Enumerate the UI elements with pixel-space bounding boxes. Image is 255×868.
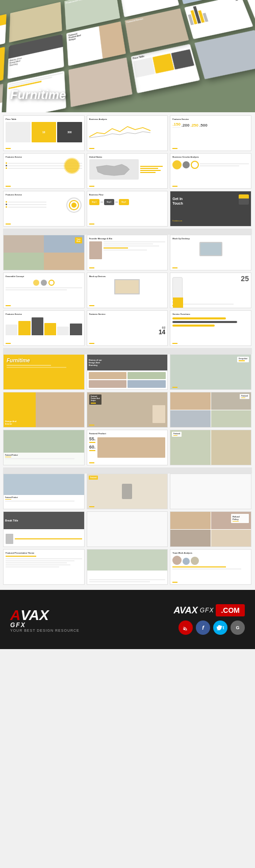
slides-row: Features Service Features Service — [3, 310, 252, 346]
twitter-icon: t — [213, 621, 227, 635]
slide-features-numbers: Features Service .150 .200 .250 .500 — [170, 115, 251, 151]
bottom-right: AVAX GFX .COM f t G — [173, 604, 245, 635]
slide-founder-message: Founder Message & Bio — [87, 235, 168, 270]
slide-brand-yellow: Furnitime — [3, 354, 85, 390]
slides-row: Featured Presentation Theme Tea — [3, 549, 252, 585]
slide-price-table: Price Table 10 300 — [3, 115, 85, 151]
avax-subtitle: YOUR BEST DESIGN RESOURCE — [10, 629, 80, 632]
slide-get-in-touch: Get InTouch Furnitime.com — [170, 191, 251, 227]
facebook-icon: f — [196, 621, 210, 635]
slide-features-02-14: Features Service 02 14 — [87, 310, 168, 346]
slide-features-windmill: Features Service — [3, 153, 85, 189]
slides-row: Design AndInterior FeaturedProduct AndUn… — [3, 392, 252, 428]
slide-united-states: United States — [87, 153, 168, 189]
slide-business-circular: Business Circular Analysis — [170, 153, 251, 189]
com-badge: .COM — [216, 604, 245, 616]
slides-row: Featured Product Featured — [3, 474, 252, 509]
slide-service-functions: Service Functions — [170, 310, 251, 346]
avax-gfx: GFX — [10, 622, 26, 629]
slide-team-analysis: Team Work Analysis — [170, 549, 251, 585]
slide-business-flow: Business Flow Step 1 Step 2 Step 3 — [87, 191, 168, 227]
slides-row: Furnitime History of ourDesign AndStunni… — [3, 354, 252, 390]
slides-row: Break Title — [3, 511, 252, 547]
slide-history-gray: History of ourDesign AndStunning — [87, 354, 168, 390]
hero-section: Furnitime Featured Product 0214 Furnitim… — [0, 0, 255, 112]
slides-container: Price Table 10 300 Business Analy — [0, 112, 255, 590]
section-divider — [3, 229, 252, 235]
slide-laptop-mockup: Mock up Devices — [87, 272, 168, 308]
slides-row: Price Table 10 300 Business Analy — [3, 115, 252, 151]
slide-chair-photo: Featured — [87, 474, 168, 509]
slide-features-bar-columns: Features Service — [3, 310, 85, 346]
slide-empty-1 — [170, 474, 251, 509]
slides-row: Ensemble Concept Mock up Devices — [3, 272, 252, 308]
slide-featured-product-unique: FeaturedProduct AndUnique — [87, 392, 168, 428]
slide-featured-numbers: Featured Product 55. 60. — [87, 430, 168, 465]
slide-team-photos: TeamWork — [3, 235, 85, 270]
slide-empty-3 — [87, 549, 168, 585]
slide-presentation-text: Featured Presentation Theme — [3, 549, 85, 585]
slides-row: Featured Product Featured Product 55. 60… — [3, 430, 252, 465]
google-icon: G — [231, 621, 245, 635]
slide-living-room: Featured Product — [3, 474, 85, 509]
slide-features-target: Features Service — [3, 191, 85, 227]
rss-icon — [178, 621, 193, 635]
slide-refund-policy: RefundPolicy — [170, 511, 251, 547]
social-icons: f t G — [178, 621, 245, 635]
slide-app-tips: 25 App Mock tips — [170, 272, 251, 308]
slide-empty-2 — [87, 511, 168, 547]
section-divider-2 — [3, 348, 252, 354]
slide-featured-product-photos: Featured — [170, 392, 251, 428]
slide-featured-green: Featured Product — [3, 430, 85, 465]
slide-ensemble-concept: Ensemble Concept — [3, 272, 85, 308]
slides-row: TeamWork Founder Message & Bio — [3, 235, 252, 270]
slide-break-title: Break Title — [3, 511, 85, 547]
section-divider-3 — [3, 467, 252, 474]
slide-workspace-photo: Featured — [170, 430, 251, 465]
slides-row: Features Service — [3, 191, 252, 227]
slides-row: Features Service — [3, 153, 252, 189]
bottom-brand-bar: A VAX GFX YOUR BEST DESIGN RESOURCE AVAX… — [0, 590, 255, 649]
slide-desktop-mockup: Mock Up Desktop — [170, 235, 251, 270]
slide-business-analysis: Business Analysis — [87, 115, 168, 151]
slide-design-interior: Design AndInterior — [3, 392, 85, 428]
hero-brand: Furnitime — [10, 88, 66, 102]
slide-design-and: Design And — [170, 354, 251, 390]
